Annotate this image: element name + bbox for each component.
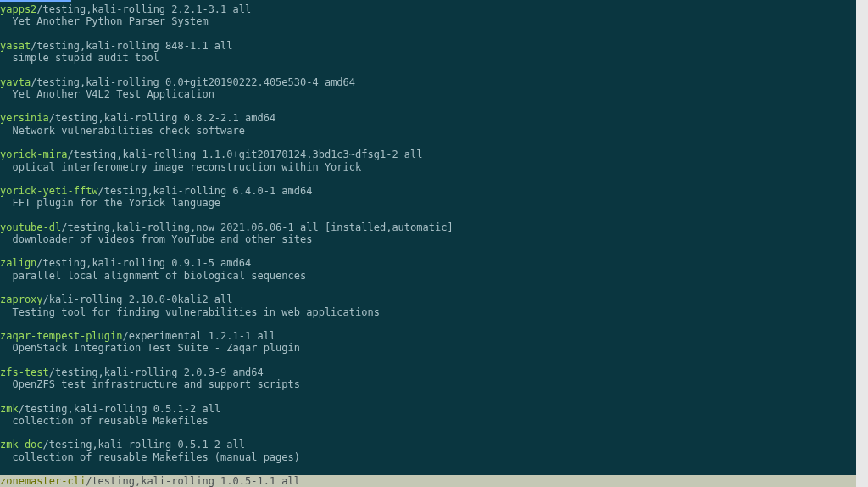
package-description: collection of reusable Makefiles	[0, 415, 868, 427]
package-description: Network vulnerabilities check software	[0, 125, 868, 137]
package-header-line: zonemaster-cli/testing,kali-rolling 1.0.…	[0, 475, 868, 487]
package-name: yorick-mira	[0, 148, 67, 160]
package-entry: youtube-dl/testing,kali-rolling,now 2021…	[0, 221, 868, 246]
package-name: yapps2	[0, 3, 36, 15]
package-header-line: yapps2/testing,kali-rolling 2.2.1-3.1 al…	[0, 3, 868, 15]
package-description: downloader of videos from YouTube and ot…	[0, 233, 868, 245]
package-description: OpenStack Integration Test Suite - Zaqar…	[0, 342, 868, 354]
package-entry: yapps2/testing,kali-rolling 2.2.1-3.1 al…	[0, 3, 868, 28]
package-meta: /kali-rolling 2.10.0-0kali2 all	[43, 294, 233, 305]
package-entry: yasat/testing,kali-rolling 848-1.1 allsi…	[0, 40, 868, 64]
package-meta: /testing,kali-rolling 1.0.5-1.1 all	[86, 475, 300, 487]
package-name: zalign	[0, 257, 36, 269]
package-name: youtube-dl	[0, 221, 61, 233]
package-description: optical interferometry image reconstruct…	[0, 161, 868, 173]
package-entry: zaqar-tempest-plugin/experimental 1.2.1-…	[0, 330, 868, 355]
package-entry: zalign/testing,kali-rolling 0.9.1-5 amd6…	[0, 257, 868, 282]
package-description: simple stupid audit tool	[0, 52, 868, 64]
package-entry: zmk-doc/testing,kali-rolling 0.5.1-2 all…	[0, 439, 868, 463]
package-header-line: zmk-doc/testing,kali-rolling 0.5.1-2 all	[0, 439, 868, 451]
package-name: yersinia	[0, 112, 49, 124]
package-name: yavta	[0, 76, 31, 88]
package-header-line: youtube-dl/testing,kali-rolling,now 2021…	[0, 221, 868, 233]
package-header-line: zaproxy/kali-rolling 2.10.0-0kali2 all	[0, 294, 868, 305]
package-meta: /testing,kali-rolling 0.8.2-2.1 amd64	[49, 112, 275, 124]
package-entry: yorick-yeti-fftw/testing,kali-rolling 6.…	[0, 185, 868, 210]
package-meta: /experimental 1.2.1-1 all	[123, 330, 276, 342]
package-meta: /testing,kali-rolling 0.9.1-5 amd64	[36, 257, 251, 269]
package-header-line: yorick-yeti-fftw/testing,kali-rolling 6.…	[0, 185, 868, 197]
package-header-line: yersinia/testing,kali-rolling 0.8.2-2.1 …	[0, 112, 868, 124]
package-description: collection of reusable Makefiles (manual…	[0, 451, 868, 463]
package-entry: yorick-mira/testing,kali-rolling 1.1.0+g…	[0, 148, 868, 173]
package-header-line: zfs-test/testing,kali-rolling 2.0.3-9 am…	[0, 367, 868, 378]
package-name: zonemaster-cli	[0, 475, 86, 487]
package-entry: zfs-test/testing,kali-rolling 2.0.3-9 am…	[0, 367, 868, 391]
package-meta: /testing,kali-rolling 0.5.1-2 all	[43, 439, 245, 451]
package-description: Testing tool for finding vulnerabilities…	[0, 306, 868, 318]
package-description: OpenZFS test infrastructure and support …	[0, 378, 868, 390]
package-entry: yavta/testing,kali-rolling 0.0+git201902…	[0, 76, 868, 101]
package-meta: /testing,kali-rolling 1.1.0+git20170124.…	[67, 148, 422, 160]
package-entry: zonemaster-cli/testing,kali-rolling 1.0.…	[0, 475, 868, 487]
package-entry: zaproxy/kali-rolling 2.10.0-0kali2 allTe…	[0, 294, 868, 318]
package-meta: /testing,kali-rolling 0.0+git20190222.40…	[31, 76, 355, 88]
package-header-line: zalign/testing,kali-rolling 0.9.1-5 amd6…	[0, 257, 868, 269]
package-description: Yet Another V4L2 Test Application	[0, 88, 868, 100]
package-name: zaqar-tempest-plugin	[0, 330, 123, 342]
package-header-line: yorick-mira/testing,kali-rolling 1.1.0+g…	[0, 148, 868, 160]
package-meta: /testing,kali-rolling 6.4.0-1 amd64	[98, 185, 313, 197]
package-name: yasat	[0, 40, 31, 52]
package-meta: /testing,kali-rolling 2.0.3-9 amd64	[49, 367, 264, 378]
package-name: zaproxy	[0, 294, 43, 305]
package-description: FFT plugin for the Yorick language	[0, 197, 868, 209]
package-header-line: zmk/testing,kali-rolling 0.5.1-2 all	[0, 403, 868, 415]
package-entry: zmk/testing,kali-rolling 0.5.1-2 allcoll…	[0, 403, 868, 428]
package-meta: /testing,kali-rolling 2.2.1-3.1 all	[36, 3, 251, 15]
package-name: yorick-yeti-fftw	[0, 185, 98, 197]
scrollbar-track[interactable]	[856, 0, 868, 487]
package-meta: /testing,kali-rolling 0.5.1-2 all	[19, 403, 220, 415]
package-header-line: yavta/testing,kali-rolling 0.0+git201902…	[0, 76, 868, 88]
package-name: zmk	[0, 403, 19, 415]
package-description: parallel local alignment of biological s…	[0, 270, 868, 282]
package-meta: /testing,kali-rolling 848-1.1 all	[31, 40, 232, 52]
package-header-line: zaqar-tempest-plugin/experimental 1.2.1-…	[0, 330, 868, 342]
package-entry: yersinia/testing,kali-rolling 0.8.2-2.1 …	[0, 112, 868, 137]
package-header-line: yasat/testing,kali-rolling 848-1.1 all	[0, 40, 868, 52]
terminal-output: yapps2/testing,kali-rolling 2.2.1-3.1 al…	[0, 3, 868, 487]
package-description: Yet Another Python Parser System	[0, 15, 868, 27]
package-name: zmk-doc	[0, 439, 43, 451]
package-name: zfs-test	[0, 367, 49, 378]
pager-progress-bar	[0, 0, 71, 2]
package-meta: /testing,kali-rolling,now 2021.06.06-1 a…	[61, 221, 453, 233]
